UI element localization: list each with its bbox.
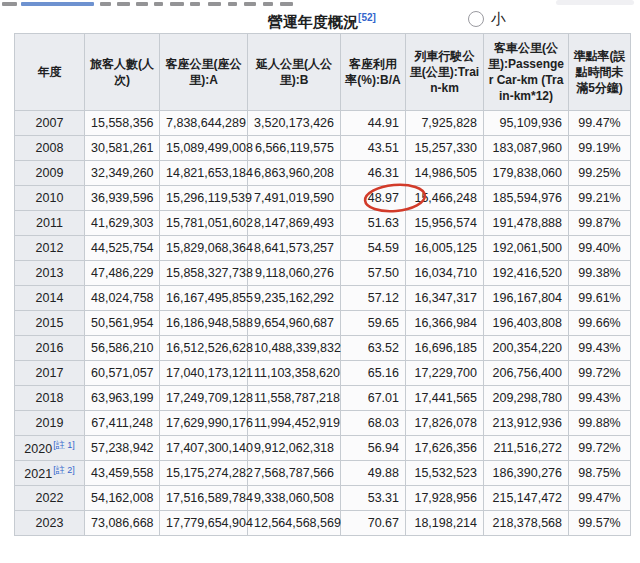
year-label: 2019 <box>36 416 64 430</box>
car-km-cell: 209,298,780 <box>484 386 569 411</box>
passengers-cell: 60,571,057 <box>85 361 160 386</box>
car-km-cell: 192,416,520 <box>484 261 569 286</box>
seat-km-cell: 17,516,589,784 <box>160 486 248 511</box>
seat-km-cell: 15,089,499,008 <box>160 136 248 161</box>
train-km-cell: 18,198,214 <box>406 511 484 536</box>
punctuality-cell: 98.75% <box>569 461 631 486</box>
punctuality-cell: 99.57% <box>569 511 631 536</box>
car-km-cell: 196,403,808 <box>484 311 569 336</box>
load-factor-cell: 53.31 <box>341 486 406 511</box>
seat-km-cell: 7,838,644,289 <box>160 111 248 136</box>
page-title: 營運年度概況 <box>268 13 358 30</box>
year-cell: 2007 <box>15 111 85 136</box>
car-km-cell: 211,516,272 <box>484 436 569 461</box>
car-km-cell: 206,756,400 <box>484 361 569 386</box>
seat-km-cell: 17,779,654,904 <box>160 511 248 536</box>
load-factor-cell: 51.63 <box>341 211 406 236</box>
punctuality-cell: 99.43% <box>569 386 631 411</box>
year-cell: 2017 <box>15 361 85 386</box>
punctuality-cell: 99.40% <box>569 236 631 261</box>
title-ref-link[interactable]: [52] <box>358 12 376 23</box>
train-km-cell: 16,366,984 <box>406 311 484 336</box>
seat-km-cell: 17,629,990,176 <box>160 411 248 436</box>
passenger-km-cell: 8,147,869,493 <box>248 211 341 236</box>
passengers-cell: 57,238,942 <box>85 436 160 461</box>
punctuality-cell: 99.72% <box>569 436 631 461</box>
passenger-km-cell: 9,118,060,276 <box>248 261 341 286</box>
train-km-cell: 15,532,523 <box>406 461 484 486</box>
passenger-km-cell: 8,641,573,257 <box>248 236 341 261</box>
col-header-load-factor: 客座利用率(%):B/A <box>341 34 406 111</box>
radio-button-small[interactable] <box>468 11 484 27</box>
radio-label-small[interactable]: 小 <box>491 10 506 29</box>
train-km-cell: 17,229,700 <box>406 361 484 386</box>
train-km-cell: 15,257,330 <box>406 136 484 161</box>
load-factor-cell: 67.01 <box>341 386 406 411</box>
col-header-passengers: 旅客人數(人次) <box>85 34 160 111</box>
train-km-cell: 17,826,078 <box>406 411 484 436</box>
year-label: 2017 <box>36 366 64 380</box>
seat-km-cell: 17,249,709,128 <box>160 386 248 411</box>
passengers-cell: 43,459,558 <box>85 461 160 486</box>
passenger-km-cell: 3,520,173,426 <box>248 111 341 136</box>
year-label: 2022 <box>36 491 64 505</box>
car-km-cell: 95,109,936 <box>484 111 569 136</box>
col-header-train-km: 列車行駛公里(公里):Train-km <box>406 34 484 111</box>
train-km-cell: 16,034,710 <box>406 261 484 286</box>
passenger-km-cell: 9,235,162,292 <box>248 286 341 311</box>
passengers-cell: 47,486,229 <box>85 261 160 286</box>
year-label: 2008 <box>36 141 64 155</box>
table-row: 2015 50,561,954 16,186,948,588 9,654,960… <box>15 311 631 336</box>
seat-km-cell: 15,296,119,539 <box>160 186 248 211</box>
seat-km-cell: 15,829,068,364 <box>160 236 248 261</box>
passenger-km-cell: 9,338,060,508 <box>248 486 341 511</box>
load-factor-cell: 63.52 <box>341 336 406 361</box>
seat-km-cell: 16,512,526,628 <box>160 336 248 361</box>
car-km-cell: 200,354,220 <box>484 336 569 361</box>
train-km-cell: 16,696,185 <box>406 336 484 361</box>
table-caption: 營運年度概況[52] <box>14 7 630 33</box>
car-km-cell: 196,167,804 <box>484 286 569 311</box>
punctuality-cell: 99.87% <box>569 211 631 236</box>
passenger-km-cell: 9,912,062,318 <box>248 436 341 461</box>
punctuality-cell: 99.21% <box>569 186 631 211</box>
year-cell: 2023 <box>15 511 85 536</box>
year-note-ref[interactable]: [註 2] <box>53 465 75 475</box>
year-note-ref[interactable]: [註 1] <box>53 440 75 450</box>
seat-km-cell: 17,407,300,140 <box>160 436 248 461</box>
load-factor-cell: 49.88 <box>341 461 406 486</box>
seat-km-cell: 17,040,173,121 <box>160 361 248 386</box>
year-cell: 2008 <box>15 136 85 161</box>
year-label: 2016 <box>36 341 64 355</box>
year-cell: 2019 <box>15 411 85 436</box>
year-label: 2010 <box>36 191 64 205</box>
car-km-cell: 183,087,960 <box>484 136 569 161</box>
table-row: 2007 15,558,356 7,838,644,289 3,520,173,… <box>15 111 631 136</box>
header-row: 年度 旅客人數(人次) 客座公里(座公里):A 延人公里(人公里):B 客座利用… <box>15 34 631 111</box>
load-factor-cell: 70.67 <box>341 511 406 536</box>
year-label: 2012 <box>36 241 64 255</box>
punctuality-cell: 99.25% <box>569 161 631 186</box>
passengers-cell: 67,411,248 <box>85 411 160 436</box>
year-label: 2018 <box>36 391 64 405</box>
punctuality-cell: 99.88% <box>569 411 631 436</box>
seat-km-cell: 15,781,051,602 <box>160 211 248 236</box>
year-cell: 2018 <box>15 386 85 411</box>
passenger-km-cell: 10,488,339,832 <box>248 336 341 361</box>
passengers-cell: 63,963,199 <box>85 386 160 411</box>
table-row: 2008 30,581,261 15,089,499,008 6,566,119… <box>15 136 631 161</box>
clipped-top-text <box>0 0 640 7</box>
year-cell: 2022 <box>15 486 85 511</box>
passengers-cell: 44,525,754 <box>85 236 160 261</box>
year-cell: 2010 <box>15 186 85 211</box>
year-label: 2020 <box>24 443 52 457</box>
car-km-cell: 191,478,888 <box>484 211 569 236</box>
car-km-cell: 185,594,976 <box>484 186 569 211</box>
car-km-cell: 186,390,276 <box>484 461 569 486</box>
size-radio-group[interactable]: 小 <box>468 8 506 30</box>
car-km-cell: 179,838,060 <box>484 161 569 186</box>
passengers-cell: 15,558,356 <box>85 111 160 136</box>
load-factor-cell: 48.97 <box>341 186 406 211</box>
col-header-passenger-km: 延人公里(人公里):B <box>248 34 341 111</box>
col-header-seat-km: 客座公里(座公里):A <box>160 34 248 111</box>
